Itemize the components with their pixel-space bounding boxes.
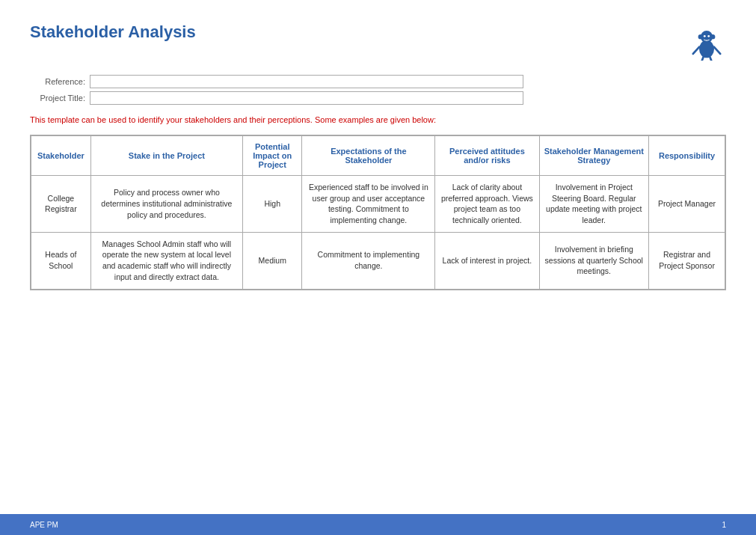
cell-row1-col5: Involvement in briefing sessions at quar…	[539, 232, 649, 289]
svg-point-4	[704, 35, 706, 37]
description-text: This template can be used to identify yo…	[30, 115, 726, 124]
svg-line-7	[714, 47, 720, 54]
table-row: Heads of SchoolManages School Admin staf…	[31, 232, 725, 289]
col-stake: Stake in the Project	[90, 136, 242, 176]
table-header-row: Stakeholder Stake in the Project Potenti…	[31, 136, 725, 176]
header-row: Stakeholder Analysis	[30, 22, 726, 61]
cell-row0-col1: Policy and process owner who determines …	[90, 176, 242, 233]
cell-row1-col1: Manages School Admin staff who will oper…	[90, 232, 242, 289]
svg-point-2	[698, 34, 703, 39]
cell-row0-col5: Involvement in Project Steering Board. R…	[539, 176, 649, 233]
cell-row0-col2: High	[243, 176, 302, 233]
page: Stakeholder Analysis	[0, 0, 756, 535]
cell-row1-col3: Commitment to implementing change.	[302, 232, 435, 289]
reference-input[interactable]	[90, 75, 523, 88]
col-responsibility: Responsibility	[649, 136, 725, 176]
footer: APE PM 1	[0, 514, 756, 535]
cell-row1-col0: Heads of School	[31, 232, 91, 289]
table-row: College RegistrarPolicy and process owne…	[31, 176, 725, 233]
cell-row1-col4: Lack of interest in project.	[435, 232, 539, 289]
footer-right: 1	[722, 521, 726, 529]
reference-label: Reference:	[30, 77, 90, 86]
reference-row: Reference:	[30, 75, 726, 88]
form-fields: Reference: Project Title:	[30, 75, 726, 105]
page-title: Stakeholder Analysis	[30, 22, 196, 42]
svg-line-8	[701, 57, 704, 61]
logo-icon	[687, 22, 726, 61]
project-title-input[interactable]	[90, 91, 523, 105]
cell-row1-col2: Medium	[243, 232, 302, 289]
cell-row0-col3: Experienced staff to be involved in user…	[302, 176, 435, 233]
stakeholder-table: Stakeholder Stake in the Project Potenti…	[31, 135, 725, 290]
cell-row0-col0: College Registrar	[31, 176, 91, 233]
table-container: Stakeholder Stake in the Project Potenti…	[30, 135, 726, 290]
cell-row1-col6: Registrar and Project Sponsor	[649, 232, 725, 289]
svg-point-5	[707, 35, 710, 37]
svg-point-3	[710, 34, 715, 39]
cell-row0-col6: Project Manager	[649, 176, 725, 233]
col-stakeholder: Stakeholder	[31, 136, 91, 176]
footer-left: APE PM	[30, 521, 58, 529]
col-expectations: Expectations of the Stakeholder	[302, 136, 435, 176]
col-impact: Potential Impact on Project	[243, 136, 302, 176]
col-strategy: Stakeholder Management Strategy	[539, 136, 649, 176]
cell-row0-col4: Lack of clarity about preferred approach…	[435, 176, 539, 233]
col-attitudes: Perceived attitudes and/or risks	[435, 136, 539, 176]
project-title-row: Project Title:	[30, 91, 726, 105]
project-title-label: Project Title:	[30, 94, 90, 103]
svg-line-6	[693, 47, 699, 54]
svg-line-9	[710, 57, 713, 61]
logo-svg	[688, 23, 725, 61]
